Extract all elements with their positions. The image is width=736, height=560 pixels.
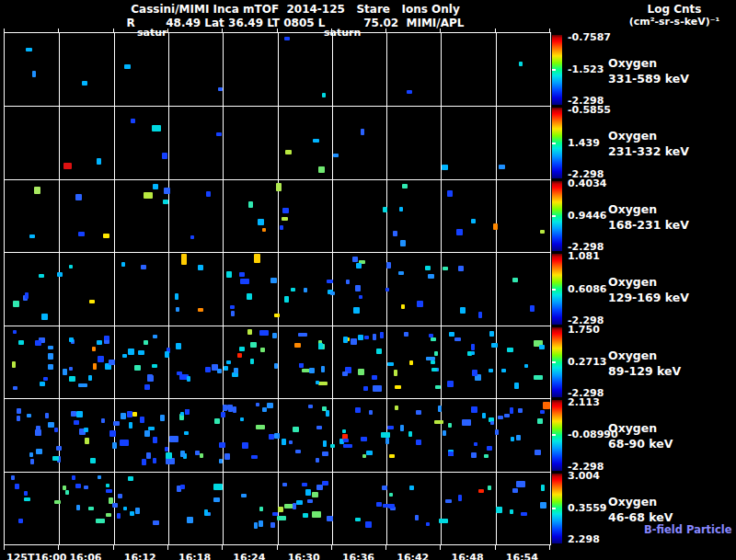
- x-axis-label: 16:36: [342, 552, 374, 560]
- data-point: [385, 288, 389, 291]
- data-point: [180, 485, 185, 489]
- data-point: [408, 431, 412, 437]
- data-point: [493, 223, 498, 230]
- data-point: [13, 301, 19, 307]
- data-point: [333, 154, 339, 157]
- data-point: [539, 345, 545, 349]
- data-point: [365, 521, 372, 528]
- data-point: [165, 447, 168, 451]
- data-point: [443, 267, 448, 270]
- data-point: [361, 437, 367, 441]
- data-point: [417, 301, 423, 307]
- data-point: [242, 442, 248, 449]
- energy-range-label: 168-231 keV: [608, 218, 689, 232]
- data-point: [534, 375, 543, 380]
- saturn-annotation: satur: [137, 27, 167, 39]
- data-point: [376, 502, 382, 507]
- data-point: [399, 207, 403, 211]
- data-point: [346, 280, 350, 284]
- data-point: [200, 453, 203, 458]
- data-point: [206, 191, 211, 197]
- data-point: [322, 451, 328, 456]
- spectrogram-panel: [5, 106, 550, 178]
- data-point: [387, 362, 394, 366]
- data-point: [17, 416, 20, 421]
- data-point: [117, 513, 121, 519]
- data-point: [428, 274, 434, 279]
- data-point: [24, 497, 30, 501]
- data-point: [231, 311, 235, 316]
- energy-range-label: 89-129 keV: [608, 364, 681, 378]
- data-point: [487, 446, 492, 451]
- data-point: [416, 440, 421, 445]
- data-point: [516, 481, 525, 487]
- data-point: [499, 165, 505, 169]
- data-point: [447, 381, 454, 387]
- axis-tick-bottom: [58, 545, 59, 550]
- data-point: [359, 295, 362, 299]
- data-point: [289, 440, 293, 444]
- data-point: [69, 376, 75, 382]
- data-point: [394, 370, 397, 376]
- data-point: [438, 406, 442, 412]
- data-point: [160, 415, 165, 421]
- data-point: [343, 337, 348, 343]
- x-axis-label: 16:42: [397, 552, 429, 560]
- data-point: [17, 408, 21, 414]
- cassini-mimi-spectrogram-screen: Cassini/MIMI Inca mTOF 2014-125 Stare Io…: [0, 0, 736, 560]
- spectrogram-panel: [5, 33, 550, 106]
- data-point: [478, 489, 484, 493]
- data-point: [82, 81, 87, 86]
- data-point: [163, 200, 168, 204]
- data-point: [109, 430, 116, 437]
- data-point: [35, 340, 41, 346]
- data-point: [294, 343, 301, 348]
- colorbar-mid-value: 0.3559: [568, 502, 606, 514]
- data-point: [147, 374, 153, 380]
- energy-range-label: 129-169 keV: [608, 291, 689, 304]
- x-axis-label: 16:48: [452, 552, 484, 560]
- data-point: [228, 407, 233, 412]
- data-point: [152, 364, 157, 368]
- species-label: Oxygen: [608, 202, 657, 216]
- data-point: [537, 418, 543, 424]
- data-point: [395, 385, 401, 389]
- data-point: [219, 442, 225, 448]
- data-point: [75, 194, 82, 200]
- data-point: [362, 454, 366, 458]
- data-point: [218, 87, 223, 91]
- data-point: [69, 337, 74, 342]
- data-point: [400, 240, 406, 246]
- data-point: [121, 262, 125, 267]
- data-point: [239, 347, 245, 351]
- data-point: [216, 132, 222, 136]
- data-point: [416, 410, 421, 415]
- data-point-highlight: [181, 254, 187, 265]
- data-point: [343, 444, 352, 448]
- data-point: [282, 483, 287, 486]
- data-point: [512, 488, 518, 493]
- data-point: [140, 417, 144, 423]
- data-point: [434, 351, 438, 356]
- data-point: [262, 228, 266, 232]
- data-point: [29, 452, 33, 457]
- data-point: [98, 356, 104, 362]
- data-point: [190, 235, 194, 239]
- data-point: [239, 272, 245, 277]
- axis-tick-top: [549, 29, 550, 32]
- data-point: [278, 507, 283, 512]
- data-point: [291, 288, 295, 291]
- energy-range-label: 46-68 keV: [608, 510, 673, 524]
- data-point: [184, 431, 189, 435]
- data-point: [26, 48, 32, 51]
- axis-tick-bottom: [222, 545, 223, 550]
- axis-tick-bottom: [167, 545, 168, 550]
- data-point: [54, 500, 61, 504]
- data-point: [431, 337, 436, 341]
- data-point: [447, 190, 453, 197]
- data-point: [404, 332, 408, 337]
- data-point: [198, 265, 203, 270]
- data-point: [302, 483, 307, 486]
- data-point-highlight: [63, 163, 72, 169]
- data-point: [175, 293, 178, 300]
